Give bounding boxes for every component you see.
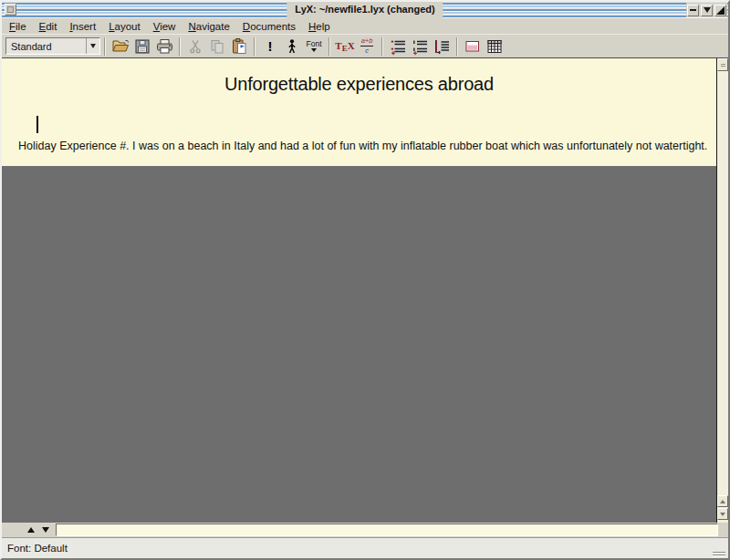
minimize-icon [690, 9, 696, 11]
arrow-down-icon [311, 48, 317, 52]
vertical-scrollbar-thumb[interactable] [717, 58, 728, 71]
work-area: Unforgettable experiences abroad Holiday… [2, 57, 728, 523]
document-paragraph[interactable]: Holiday Experience #. I was on a beach i… [18, 140, 707, 152]
tex-mode-button[interactable]: TEX [334, 36, 356, 57]
figure-icon [464, 37, 482, 56]
minibuffer-row [2, 523, 728, 537]
itemize-icon [389, 37, 408, 56]
chevron-down-icon [90, 44, 96, 48]
document-canvas[interactable]: Unforgettable experiences abroad Holiday… [2, 58, 716, 523]
statusbar: Font: Default [2, 537, 728, 558]
toolbar-separator [328, 37, 330, 56]
thumb-grip-icon [721, 64, 725, 67]
menu-help[interactable]: Help [308, 21, 330, 32]
window-menu-button[interactable] [5, 4, 16, 16]
tex-icon: TEX [335, 41, 354, 51]
minimize-button[interactable] [687, 5, 699, 16]
menu-insert[interactable]: Insert [69, 21, 96, 32]
menu-navigate[interactable]: Navigate [188, 21, 229, 32]
window-controls [686, 3, 727, 17]
copy-icon [208, 37, 226, 56]
paragraph-style-value: Standard [6, 41, 86, 52]
toolbar-separator [104, 37, 106, 56]
vertical-scrollbar[interactable] [716, 58, 728, 523]
text-cursor [36, 116, 38, 133]
depth-button[interactable] [431, 36, 453, 57]
paste-icon [230, 37, 249, 56]
table-icon [485, 37, 504, 56]
shade-button[interactable] [701, 5, 713, 16]
toolbar: Standard [2, 34, 728, 57]
titlebar[interactable]: LyX: ~/newfile1.lyx (changed) [2, 2, 728, 18]
next-command-button[interactable] [38, 524, 53, 536]
document-page[interactable]: Unforgettable experiences abroad Holiday… [2, 58, 716, 166]
combo-dropdown-button[interactable] [86, 38, 99, 54]
menubar: File Edit Insert Layout View Navigate Do… [2, 18, 728, 34]
scroll-up-button[interactable] [717, 495, 728, 507]
paragraph-style-select[interactable]: Standard [5, 37, 100, 55]
arrow-up-icon [720, 500, 725, 503]
font-status-text: Font: Default [7, 543, 68, 554]
open-file-icon [111, 37, 130, 55]
font-icon: Font [306, 40, 321, 48]
menu-documents[interactable]: Documents [243, 21, 296, 32]
resize-button[interactable] [714, 5, 726, 16]
enumerate-button[interactable] [409, 36, 431, 57]
insert-math-button[interactable]: a+b c [356, 36, 378, 57]
minibuffer-input[interactable] [56, 524, 718, 536]
cut-icon [186, 37, 204, 56]
resize-icon [715, 5, 725, 16]
copy-button[interactable] [206, 36, 228, 57]
prev-command-button[interactable] [24, 524, 38, 536]
window-menu-icon [7, 6, 14, 13]
print-icon [155, 37, 174, 56]
menu-file[interactable]: File [9, 21, 26, 32]
scroll-down-button[interactable] [717, 508, 728, 520]
free-font-button[interactable]: Font [303, 36, 325, 57]
toolbar-separator [381, 37, 383, 56]
emphasis-button[interactable]: ! [259, 36, 281, 57]
menu-edit[interactable]: Edit [39, 21, 57, 32]
toolbar-separator [254, 37, 256, 56]
depth-icon [433, 37, 452, 56]
arrow-down-icon [720, 513, 725, 516]
lyx-window: LyX: ~/newfile1.lyx (changed) File Edit … [0, 0, 730, 560]
menu-view[interactable]: View [153, 21, 176, 32]
enumerate-icon [411, 37, 430, 56]
noun-button[interactable] [281, 36, 303, 57]
insert-table-button[interactable] [484, 36, 506, 57]
emphasis-icon: ! [268, 39, 273, 53]
toolbar-separator [456, 37, 458, 56]
arrow-up-icon [27, 527, 35, 533]
toolbar-separator [179, 37, 181, 56]
arrow-down-icon [42, 527, 49, 533]
print-button[interactable] [153, 36, 175, 57]
paste-button[interactable] [228, 36, 250, 57]
noun-icon [283, 37, 301, 56]
cut-button[interactable] [184, 36, 206, 57]
window-title: LyX: ~/newfile1.lyx (changed) [287, 2, 443, 18]
insert-figure-button[interactable] [462, 36, 484, 57]
resize-grip-icon[interactable] [713, 550, 725, 556]
shade-icon [704, 7, 711, 13]
save-button[interactable] [131, 36, 153, 57]
save-icon [133, 37, 151, 56]
document-title[interactable]: Unforgettable experiences abroad [2, 74, 716, 95]
math-icon: a+b [360, 37, 374, 46]
open-file-button[interactable] [110, 36, 131, 57]
itemize-button[interactable] [387, 36, 409, 57]
menu-layout[interactable]: Layout [109, 21, 141, 32]
